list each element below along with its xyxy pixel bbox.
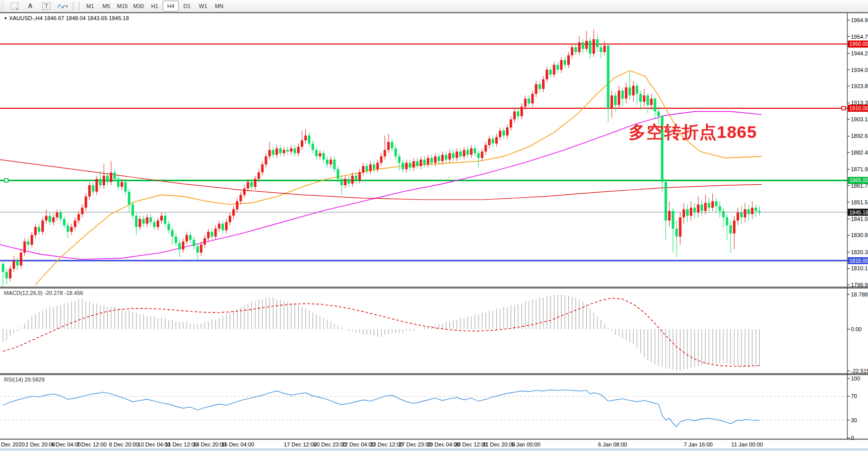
timeframe-button-d1[interactable]: D1 — [179, 1, 195, 12]
time-axis-label: 1 Dec 2020 — [0, 441, 25, 447]
grid-icon: F — [11, 3, 18, 10]
price-tick-label: 1810.10 — [851, 265, 868, 271]
time-axis-label: 8 Dec 20:00 — [109, 441, 139, 447]
price-tick-label: 1830.80 — [851, 232, 868, 238]
price-badge-label: 1815.00 — [849, 258, 868, 264]
macd-tick-label: -22.515 — [851, 368, 868, 374]
price-tick-label: 1841.00 — [851, 216, 868, 222]
price-badge-label: 1865.00 — [849, 177, 868, 183]
arrows-tool-button[interactable]: ↗↙ ▾ — [54, 1, 71, 12]
price-tick-label: 1871.90 — [851, 166, 868, 172]
price-tick-label: 1944.20 — [851, 50, 868, 56]
price-tick-label: 1964.90 — [851, 17, 868, 23]
mt4-window: F A T ↗↙ ▾ M1M5M15M30H1H4D1W1MN ▼XAUUSD-… — [0, 0, 868, 451]
symbol-ohlc-text: XAUUSD-,H4 1846.67 1848.04 1843.65 1845.… — [9, 15, 129, 21]
timeframe-group: M1M5M15M30H1H4D1W1MN — [82, 1, 227, 12]
textbox-icon: T — [42, 3, 50, 10]
rsi-indicator-label: RSI(14) 29.5829 — [4, 377, 45, 383]
symbol-title: ▼XAUUSD-,H4 1846.67 1848.04 1843.65 1845… — [4, 15, 129, 21]
main-chart-canvas[interactable]: 1964.901954.701944.201934.001923.801913.… — [0, 13, 868, 288]
macd-panel-canvas[interactable]: 18.7880.00-22.515 — [0, 288, 868, 374]
time-axis-label: 11 Jan 00:00 — [731, 441, 763, 447]
time-axis-label: 7 Jan 16:00 — [684, 441, 713, 447]
rsi-tick-label: 30 — [851, 417, 857, 423]
rsi-panel-bg — [0, 374, 868, 440]
price-tick-label: 1882.40 — [851, 149, 868, 156]
timeframe-button-h1[interactable]: H1 — [147, 1, 163, 12]
time-axis[interactable]: 1 Dec 20202 Dec 20:004 Dec 04:007 Dec 12… — [0, 440, 868, 448]
timeframe-button-m15[interactable]: M15 — [114, 1, 130, 12]
time-axis-label: 23 Dec 12:00 — [370, 441, 403, 447]
price-tick-label: 1851.50 — [851, 199, 868, 205]
toolbar-separator — [79, 2, 80, 11]
time-axis-label: 5 Jan 00:00 — [511, 441, 541, 447]
price-tick-label: 1903.10 — [851, 116, 868, 122]
letter-a-icon: A — [27, 3, 34, 10]
rsi-tick-label: 70 — [851, 393, 857, 399]
timeframe-button-m30[interactable]: M30 — [130, 1, 147, 12]
add-label-button[interactable]: A — [22, 1, 38, 12]
toolbar-drag-handle-2[interactable] — [72, 2, 75, 11]
time-axis-label: 31 Dec 20:00 — [482, 441, 515, 447]
price-tick-label: 1934.00 — [851, 67, 868, 73]
chart-annotation-text[interactable]: 多空转折点1865 — [629, 121, 757, 144]
time-axis-label: 16 Dec 04:00 — [221, 441, 254, 447]
collapse-triangle-icon[interactable]: ▼ — [4, 16, 8, 21]
macd-tick-label: 18.788 — [851, 291, 868, 297]
toolbar: F A T ↗↙ ▾ M1M5M15M30H1H4D1W1MN — [0, 0, 868, 13]
timeframe-button-mn[interactable]: MN — [211, 1, 227, 12]
timeframe-button-m5[interactable]: M5 — [98, 1, 114, 12]
price-tick-label: 1820.30 — [851, 249, 868, 255]
timeframe-button-w1[interactable]: W1 — [195, 1, 211, 12]
arrows-icon: ↗↙ — [57, 3, 64, 10]
chevron-down-icon[interactable]: ▾ — [65, 4, 68, 9]
rsi-panel-canvas[interactable]: 10070300 — [0, 374, 868, 440]
macd-indicator-label: MACD(12,26,9) -20.278 -18.456 — [4, 290, 83, 296]
price-badge-label: 1845.18 — [849, 209, 868, 215]
rsi-tick-label: 100 — [851, 375, 860, 382]
time-axis-label: 17 Dec 12:00 — [284, 441, 316, 447]
text-box-button[interactable]: T — [38, 1, 54, 12]
main-panel-bg — [0, 13, 868, 288]
timeframe-button-h4[interactable]: H4 — [163, 1, 179, 12]
toolbar-drag-handle[interactable] — [1, 2, 4, 11]
price-tick-label: 1892.60 — [851, 133, 868, 139]
crosshair-grid-button[interactable]: F — [6, 1, 22, 12]
price-badge-label: 1910.00 — [849, 105, 868, 111]
price-tick-label: 1923.80 — [851, 83, 868, 89]
price-badge-label: 1950.00 — [849, 41, 868, 47]
macd-tick-label: 0.00 — [851, 326, 861, 332]
timeframe-button-m1[interactable]: M1 — [82, 1, 98, 12]
time-axis-label: 6 Jan 08:00 — [598, 441, 627, 447]
window-bottom-edge — [0, 448, 868, 451]
price-tick-label: 1954.70 — [851, 34, 868, 40]
line-handle[interactable] — [5, 179, 8, 182]
line-handle[interactable] — [842, 107, 845, 110]
time-axis-label: 7 Dec 12:00 — [77, 441, 106, 447]
